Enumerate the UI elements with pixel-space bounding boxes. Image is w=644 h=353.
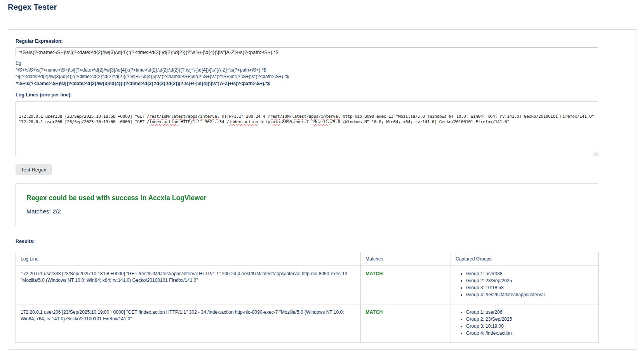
loglines-content: 172.20.0.1 user338 [23/Sep/2025:10:18:58… <box>19 114 595 124</box>
loglines-label: Log Lines (one per line): <box>16 92 629 98</box>
regex-label: Regular Expression: <box>16 38 629 44</box>
captured-group-item: Group 1: user206 <box>466 309 594 316</box>
col-header-matches: Matches <box>361 252 451 266</box>
example-lines: ^\S+\s\S+\s(?<name>\S+)\s\[(?<date>\d{2}… <box>16 67 629 87</box>
result-captured-groups-cell: Group 1: user338Group 2: 23/Sep/2025Grou… <box>451 266 599 304</box>
result-match-cell: MATCH <box>361 304 451 343</box>
loglines-textarea[interactable]: 172.20.0.1 user338 [23/Sep/2025:10:18:58… <box>16 101 598 156</box>
captured-group-item: Group 3: 10:18:58 <box>466 285 594 291</box>
match-count: Matches: 2/2 <box>26 208 588 215</box>
captured-group-item: Group 4: /index.action <box>466 330 594 337</box>
captured-groups-list: Group 1: user206Group 2: 23/Sep/2025Grou… <box>456 309 594 337</box>
result-summary-panel: Regex could be used with success in Accx… <box>16 183 598 226</box>
success-message: Regex could be used with success in Accx… <box>26 194 588 202</box>
log-line-text: 172.20.0.1 user206 [23/Sep/2025:10:19:00… <box>19 119 595 125</box>
captured-group-item: Group 2: 23/Sep/2025 <box>466 316 594 323</box>
result-captured-groups-cell: Group 1: user206Group 2: 23/Sep/2025Grou… <box>451 304 599 343</box>
result-row: 172.20.0.1 user338 [23/Sep/2025:10:18:58… <box>16 266 599 304</box>
col-header-log-line: Log Line <box>16 252 361 266</box>
captured-groups-list: Group 1: user338Group 2: 23/Sep/2025Grou… <box>456 271 594 298</box>
regex-example-line: ^\S+\s\S+\s(?<name>\S+)\s\[(?<date>\d{2}… <box>16 67 629 74</box>
captured-group-item: Group 3: 10:19:00 <box>466 323 594 330</box>
regex-tester-panel: Regular Expression: Eg: ^\S+\s\S+\s(?<na… <box>8 29 637 350</box>
result-log-line: 172.20.0.1 user206 [23/Sep/2025:10:19:00… <box>16 304 361 343</box>
examples-block: Eg: ^\S+\s\S+\s(?<name>\S+)\s\[(?<date>\… <box>16 60 629 87</box>
match-badge: MATCH <box>366 271 383 276</box>
page-title: Regex Tester <box>8 3 644 12</box>
results-header-row: Log Line Matches Captured Groups <box>16 252 599 266</box>
results-label: Results: <box>16 239 629 244</box>
result-log-line: 172.20.0.1 user338 [23/Sep/2025:10:18:58… <box>16 266 361 304</box>
result-match-cell: MATCH <box>361 266 451 304</box>
regex-example-line: ^\S+\s(?<name>\S+)\s\[(?<date>\d{2}/\w{3… <box>16 80 629 87</box>
captured-group-item: Group 1: user338 <box>466 271 594 277</box>
results-body: 172.20.0.1 user338 [23/Sep/2025:10:18:58… <box>16 266 599 343</box>
col-header-captured-groups: Captured Groups <box>451 252 599 266</box>
captured-group-item: Group 2: 23/Sep/2025 <box>466 278 594 284</box>
results-table: Log Line Matches Captured Groups 172.20.… <box>16 252 599 343</box>
textarea-resize-grip[interactable] <box>593 151 597 156</box>
regex-input[interactable] <box>16 47 598 57</box>
captured-group-item: Group 4: /rest/IUM/latest/apps/interval <box>466 292 594 298</box>
test-regex-button[interactable]: Test Regex <box>16 164 52 175</box>
match-badge: MATCH <box>366 309 383 315</box>
eg-label: Eg: <box>16 60 629 67</box>
log-line-text: 172.20.0.1 user338 [23/Sep/2025:10:18:58… <box>19 114 595 119</box>
regex-example-line: ^\[(?<date>\d{2}/\w{3}/\d{4}):(?<time>\d… <box>16 73 629 80</box>
result-row: 172.20.0.1 user206 [23/Sep/2025:10:19:00… <box>16 304 599 343</box>
